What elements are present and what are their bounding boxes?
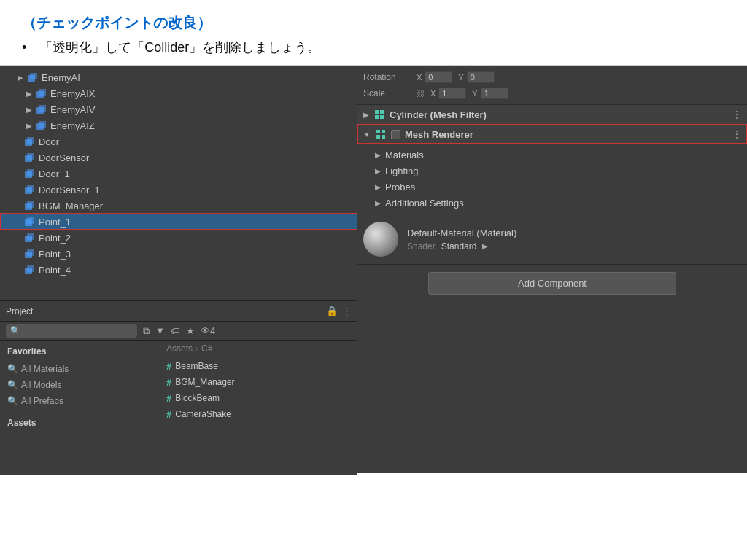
expand-arrow: ▼ [363, 131, 371, 139]
sort-icon[interactable]: ▼ [155, 325, 165, 336]
script-icon: # [166, 409, 171, 420]
hierarchy-item[interactable]: ▶ EnemyAIZ [0, 117, 357, 133]
expand-arrow: ▶ [375, 183, 381, 191]
svg-rect-19 [27, 217, 34, 224]
svg-rect-1 [30, 73, 37, 79]
hierarchy-item-label: DoorSensor_1 [39, 184, 100, 195]
hierarchy-item-label: Point_1 [39, 217, 71, 228]
rotation-x-field: X [417, 71, 452, 83]
y-axis-label: Y [472, 89, 477, 98]
hierarchy-panel: ▶ EnemyAI ▶ EnemyAIX ▶ EnemyAIV [0, 66, 357, 300]
hierarchy-item[interactable]: BGM_Manager [0, 198, 357, 214]
assets-root[interactable]: Assets [166, 343, 193, 354]
filter-icon[interactable]: ⧉ [143, 325, 150, 337]
materials-item[interactable]: ▶ Materials [375, 147, 729, 163]
hierarchy-item-label: BGM_Manager [39, 201, 103, 211]
lighting-label: Lighting [385, 166, 419, 176]
hierarchy-item[interactable]: DoorSensor [0, 149, 357, 166]
object-icon [35, 88, 47, 99]
hierarchy-item[interactable]: Point_4 [0, 262, 357, 278]
hierarchy-item[interactable]: Point_3 [0, 246, 357, 262]
script-icon: # [166, 393, 171, 404]
component-menu-icon[interactable]: ⋮ [732, 129, 741, 139]
shader-value: Standard [441, 241, 477, 252]
fav-label: All Prefabs [21, 396, 63, 406]
scale-x-input[interactable] [438, 88, 466, 99]
menu-icon[interactable]: ⋮ [342, 306, 352, 316]
svg-rect-23 [27, 249, 34, 256]
shader-dropdown-arrow[interactable]: ▶ [482, 242, 488, 250]
asset-item[interactable]: # BlockBeam [166, 390, 352, 406]
fav-label: All Materials [21, 364, 69, 374]
favorites-all-prefabs[interactable]: 🔍 All Prefabs [7, 393, 152, 409]
shader-label: Shader [407, 241, 436, 252]
lighting-item[interactable]: ▶ Lighting [375, 163, 729, 179]
search-input[interactable] [23, 326, 133, 336]
hierarchy-item[interactable]: Door_1 [0, 166, 357, 182]
hierarchy-item-label: EnemyAI [42, 72, 80, 83]
asset-label: CameraShake [175, 409, 231, 419]
svg-rect-9 [27, 137, 34, 144]
object-icon [23, 232, 35, 244]
star-icon[interactable]: ★ [186, 325, 195, 336]
component-icon [374, 109, 385, 120]
search-icon: 🔍 [7, 380, 18, 390]
hierarchy-item[interactable]: ▶ EnemyAIX [0, 85, 357, 101]
svg-rect-7 [39, 121, 46, 128]
component-menu-icon[interactable]: ⋮ [732, 109, 741, 120]
mesh-filter-header[interactable]: ▶ Cylinder (Mesh Filter) ⋮ [357, 105, 747, 124]
expand-arrow: ▶ [375, 167, 381, 175]
mesh-renderer-header[interactable]: ▼ Mesh Renderer ⋮ [357, 125, 747, 144]
tag-icon[interactable]: 🏷 [171, 325, 180, 336]
inspector-panel: Rotation X Y Scale ⛓ X Y [357, 66, 747, 473]
object-icon [35, 120, 47, 131]
rotation-y-field: Y [458, 71, 494, 83]
assets-section-title: Assets [7, 418, 152, 428]
rotation-x-input[interactable] [425, 71, 452, 83]
fav-label: All Models [21, 380, 61, 390]
hierarchy-item[interactable]: Point_2 [0, 230, 357, 246]
project-panel: Project 🔒 ⋮ 🔍 ⧉ ▼ 🏷 ★ 👁4 [0, 300, 357, 475]
probes-item[interactable]: ▶ Probes [375, 179, 729, 195]
assets-subfolder[interactable]: C# [201, 343, 212, 354]
object-icon [23, 136, 35, 147]
hierarchy-item-label: EnemyAIX [50, 88, 95, 99]
hierarchy-item-label: Door [39, 136, 59, 147]
material-preview-ball [363, 222, 398, 257]
hierarchy-item-label: EnemyAIZ [50, 120, 95, 131]
hierarchy-item[interactable]: Door [0, 133, 357, 149]
svg-rect-17 [27, 201, 34, 208]
object-icon [23, 184, 35, 195]
component-enable-checkbox[interactable] [391, 130, 400, 139]
mesh-filter-component: ▶ Cylinder (Mesh Filter) ⋮ [357, 105, 747, 125]
hierarchy-item[interactable]: DoorSensor_1 [0, 182, 357, 198]
favorites-all-models[interactable]: 🔍 All Models [7, 377, 152, 393]
hierarchy-item[interactable]: ▶ EnemyAI [0, 69, 357, 85]
asset-item[interactable]: # BeamBase [166, 358, 352, 374]
material-section: Default-Material (Material) Shader Stand… [357, 214, 747, 265]
mesh-renderer-title: Mesh Renderer [405, 129, 728, 140]
svg-rect-31 [382, 130, 385, 133]
project-search-bar: 🔍 ⧉ ▼ 🏷 ★ 👁4 [0, 322, 357, 341]
probes-label: Probes [385, 182, 415, 192]
svg-rect-11 [27, 153, 34, 160]
favorites-all-materials[interactable]: 🔍 All Materials [7, 361, 152, 377]
object-icon [23, 216, 35, 228]
hierarchy-item[interactable]: ▶ EnemyAIV [0, 101, 357, 117]
svg-rect-28 [375, 115, 379, 119]
component-icon [375, 128, 387, 140]
materials-label: Materials [385, 149, 424, 160]
eye-icon[interactable]: 👁4 [201, 325, 215, 336]
mesh-renderer-body: ▶ Materials ▶ Lighting ▶ Probes ▶ Additi… [357, 144, 747, 214]
material-shader-row: Shader Standard ▶ [407, 241, 741, 252]
additional-settings-item[interactable]: ▶ Additional Settings [375, 195, 729, 211]
add-component-wrapper: Add Component [357, 265, 747, 302]
rotation-y-input[interactable] [467, 71, 495, 83]
asset-item[interactable]: # CameraShake [166, 406, 352, 422]
add-component-button[interactable]: Add Component [428, 272, 676, 295]
scale-row: Scale ⛓ X Y [363, 85, 741, 101]
asset-item[interactable]: # BGM_Manager [166, 374, 352, 390]
scale-y-input[interactable] [481, 88, 508, 99]
hierarchy-item-selected[interactable]: Point_1 [0, 214, 357, 230]
scale-y-field: Y [472, 88, 508, 99]
